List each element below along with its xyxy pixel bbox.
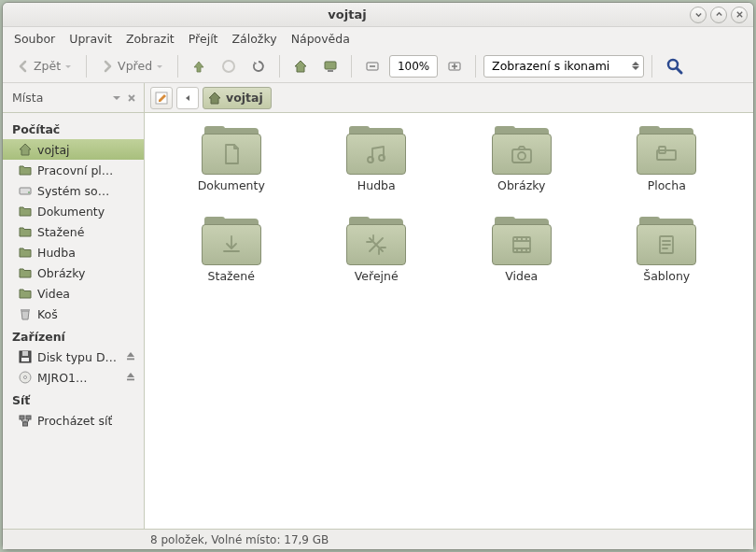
- zoom-in-button[interactable]: [441, 53, 468, 79]
- sidebar-group-header: Počítač: [3, 117, 144, 139]
- toolbar: Zpět Vpřed 100%: [3, 50, 753, 83]
- menu-bookmarks[interactable]: Záložky: [227, 29, 283, 49]
- sidebar-item-label: Dokumenty: [37, 205, 105, 219]
- stop-icon: [221, 59, 236, 74]
- menu-help[interactable]: Nápověda: [286, 29, 356, 49]
- computer-button[interactable]: [317, 53, 343, 79]
- svg-rect-1: [325, 62, 336, 69]
- sidebar-item[interactable]: Videa: [3, 283, 144, 304]
- floppy-icon: [18, 349, 33, 364]
- folder-icon: [346, 126, 406, 175]
- search-button[interactable]: [660, 53, 690, 79]
- sidebar-item-label: Procházet síť: [37, 414, 112, 428]
- svg-rect-16: [21, 358, 29, 361]
- sidebar-item[interactable]: Disk typu D…: [3, 347, 144, 367]
- folder-label: Stažené: [208, 269, 255, 283]
- minimize-button[interactable]: [690, 7, 707, 23]
- icon-grid: DokumentyHudbaObrázkyPlochaStaženéVeřejn…: [145, 113, 753, 296]
- sidebar-item[interactable]: vojtaj: [3, 139, 144, 160]
- menu-go[interactable]: Přejít: [183, 29, 224, 49]
- folder-item[interactable]: Dokumenty: [171, 122, 292, 196]
- svg-rect-20: [127, 378, 134, 380]
- sidebar-item-label: vojtaj: [37, 143, 70, 157]
- svg-rect-17: [127, 358, 134, 360]
- eject-icon[interactable]: [125, 350, 136, 364]
- sidebar-close-icon[interactable]: [125, 92, 138, 105]
- folder-item[interactable]: Obrázky: [461, 122, 582, 196]
- cd-icon: [18, 370, 33, 385]
- folder-item[interactable]: Šablony: [606, 213, 727, 287]
- svg-rect-2: [328, 70, 333, 72]
- sidebar-dropdown-icon[interactable]: [110, 92, 123, 105]
- folder-item[interactable]: Hudba: [315, 122, 437, 196]
- sidebar-group-header: Síť: [3, 388, 144, 410]
- svg-point-19: [24, 376, 27, 379]
- eject-icon[interactable]: [125, 371, 136, 385]
- statusbar: 8 položek, Volné místo: 17,9 GB: [3, 529, 753, 549]
- sidebar-item[interactable]: Dokumenty: [3, 201, 144, 221]
- maximize-button[interactable]: [710, 7, 727, 23]
- forward-button[interactable]: Vpřed: [94, 53, 170, 79]
- search-icon: [665, 57, 684, 76]
- sidebar-item-label: Videa: [37, 287, 70, 301]
- folder-item[interactable]: Videa: [461, 213, 582, 287]
- separator: [651, 55, 652, 78]
- svg-point-0: [223, 61, 234, 72]
- path-back-button[interactable]: [176, 87, 199, 109]
- sidebar-item-label: Stažené: [37, 225, 84, 239]
- svg-rect-21: [20, 416, 24, 419]
- folder-icon: [202, 126, 261, 175]
- home-icon: [18, 142, 33, 157]
- folder-label: Šablony: [643, 269, 690, 283]
- breadcrumb-current[interactable]: vojtaj: [203, 87, 272, 109]
- menu-view[interactable]: Zobrazit: [120, 29, 180, 49]
- sidebar-item-label: Pracovní pl…: [37, 163, 113, 177]
- menu-file[interactable]: Soubor: [8, 29, 61, 49]
- reload-button[interactable]: [245, 53, 272, 79]
- folder-label: Dokumenty: [198, 178, 265, 192]
- sidebar-item[interactable]: Pracovní pl…: [3, 160, 144, 180]
- svg-point-24: [368, 157, 373, 163]
- home-icon: [207, 91, 222, 106]
- edit-path-button[interactable]: [150, 87, 173, 109]
- folder-icon: [18, 286, 33, 301]
- svg-point-12: [28, 191, 30, 193]
- sidebar-item[interactable]: Procházet síť: [3, 410, 144, 431]
- svg-point-27: [518, 152, 525, 160]
- back-button[interactable]: Zpět: [10, 53, 78, 79]
- folder-item[interactable]: Plocha: [606, 122, 727, 196]
- separator: [86, 55, 87, 78]
- folder-item[interactable]: Stažené: [171, 213, 292, 287]
- window-title: vojtaj: [8, 7, 686, 21]
- sidebar-item[interactable]: Koš: [3, 304, 144, 324]
- folder-item[interactable]: Veřejné: [315, 213, 437, 287]
- content-view[interactable]: DokumentyHudbaObrázkyPlochaStaženéVeřejn…: [145, 113, 753, 529]
- path-bar: vojtaj: [145, 87, 753, 109]
- arrow-left-icon: [16, 59, 31, 74]
- svg-rect-22: [26, 416, 31, 419]
- svg-rect-23: [23, 422, 28, 426]
- up-button[interactable]: [186, 53, 212, 79]
- menubar: Soubor Upravit Zobrazit Přejít Záložky N…: [3, 27, 753, 50]
- sidebar-header: Místa: [3, 83, 145, 112]
- sidebar-item[interactable]: Hudba: [3, 242, 144, 262]
- folder-icon: [637, 126, 696, 175]
- sidebar-item[interactable]: Obrázky: [3, 262, 144, 283]
- sidebar-item-label: Hudba: [37, 246, 76, 260]
- home-button[interactable]: [287, 53, 314, 79]
- menu-edit[interactable]: Upravit: [63, 29, 118, 49]
- close-button[interactable]: [731, 7, 748, 23]
- separator: [351, 55, 352, 78]
- view-mode-select[interactable]: Zobrazení s ikonami: [483, 55, 644, 78]
- pencil-icon: [154, 91, 169, 106]
- drive-icon: [18, 183, 33, 198]
- folder-label: Plocha: [648, 178, 686, 192]
- stop-button[interactable]: [216, 53, 242, 79]
- zoom-out-button[interactable]: [359, 53, 385, 79]
- dropdown-arrows-icon: [632, 62, 639, 70]
- sidebar-item[interactable]: Stažené: [3, 221, 144, 242]
- sidebar-item[interactable]: MJRO1…: [3, 367, 144, 388]
- folder-icon: [492, 217, 552, 265]
- svg-line-9: [677, 68, 681, 73]
- sidebar-item[interactable]: Systém so…: [3, 180, 144, 201]
